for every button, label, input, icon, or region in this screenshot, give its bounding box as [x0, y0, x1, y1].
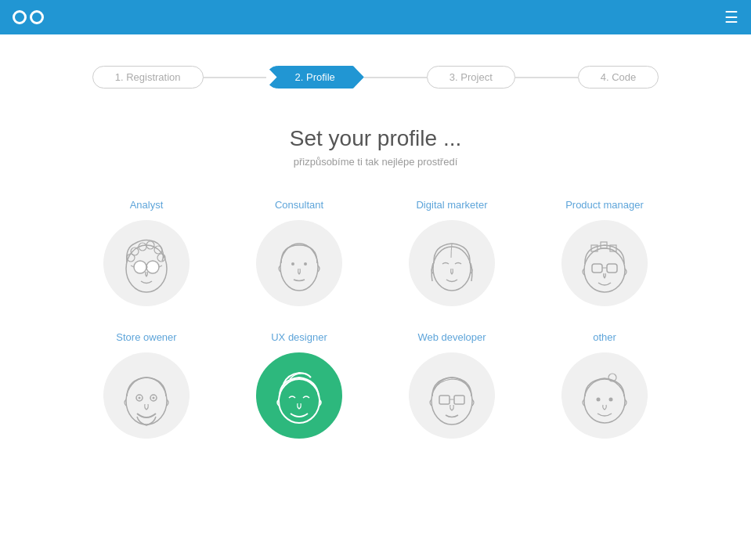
digital-marketer-avatar-svg — [417, 228, 487, 298]
profile-label-web-developer: Web developer — [417, 331, 486, 343]
svg-rect-20 — [592, 264, 602, 273]
profile-item-store-owner[interactable]: Store owener — [78, 331, 215, 439]
consultant-avatar-svg — [264, 228, 334, 298]
svg-point-14 — [304, 262, 307, 266]
svg-rect-30 — [439, 396, 450, 404]
svg-point-13 — [291, 262, 294, 266]
svg-point-8 — [146, 261, 159, 273]
profile-avatar-web-developer[interactable] — [409, 352, 495, 439]
profile-avatar-analyst[interactable] — [103, 220, 190, 306]
profile-item-other[interactable]: other — [536, 331, 673, 439]
other-avatar-svg — [569, 360, 640, 431]
step-registration-pill[interactable]: 1. Registration — [92, 66, 204, 89]
svg-rect-21 — [607, 264, 617, 273]
stepper: 1. Registration 2. Profile 3. Project 4.… — [63, 66, 688, 89]
page-subtitle: přizpůsobíme ti tak nejlépe prostředí — [63, 156, 688, 168]
profile-avatar-other[interactable] — [561, 352, 648, 439]
profile-label-ux-designer: UX designer — [271, 331, 327, 343]
profile-grid: Analyst — [78, 199, 673, 439]
step-profile-pill[interactable]: 2. Profile — [266, 66, 364, 89]
profile-avatar-digital-marketer[interactable] — [409, 220, 495, 306]
step-project-pill[interactable]: 3. Project — [427, 66, 515, 89]
profile-label-other: other — [593, 331, 616, 343]
logo-circle-left — [13, 10, 27, 24]
svg-point-36 — [609, 398, 613, 402]
step-code-pill[interactable]: 4. Code — [578, 66, 659, 89]
profile-item-ux-designer[interactable]: UX designer — [231, 331, 368, 439]
product-manager-avatar-svg — [569, 228, 640, 298]
step-connector-1 — [204, 77, 266, 78]
profile-label-product-manager: Product manager — [565, 199, 644, 211]
title-section: Set your profile ... přizpůsobíme ti tak… — [63, 126, 688, 168]
svg-point-12 — [280, 244, 318, 291]
profile-label-store-owner: Store owener — [116, 331, 176, 343]
svg-point-35 — [597, 398, 601, 402]
profile-avatar-consultant[interactable] — [256, 220, 342, 306]
ux-designer-avatar-svg — [264, 360, 334, 431]
profile-item-product-manager[interactable]: Product manager — [536, 199, 673, 306]
profile-label-digital-marketer: Digital marketer — [416, 199, 487, 211]
profile-item-web-developer[interactable]: Web developer — [384, 331, 521, 439]
analyst-avatar-svg — [111, 228, 182, 298]
store-owner-avatar-svg — [111, 360, 182, 431]
hamburger-menu-icon[interactable]: ☰ — [724, 8, 738, 27]
profile-avatar-product-manager[interactable] — [561, 220, 648, 306]
profile-avatar-store-owner[interactable] — [103, 352, 190, 439]
profile-item-digital-marketer[interactable]: Digital marketer — [384, 199, 521, 306]
web-developer-avatar-svg — [417, 360, 487, 431]
step-registration[interactable]: 1. Registration — [92, 66, 204, 89]
step-profile[interactable]: 2. Profile — [266, 66, 364, 89]
profile-avatar-ux-designer[interactable] — [256, 352, 342, 439]
svg-point-26 — [139, 397, 141, 399]
logo-circle-right — [30, 10, 44, 24]
top-navigation: ☰ — [0, 0, 751, 34]
step-project[interactable]: 3. Project — [427, 66, 515, 89]
main-content: 1. Registration 2. Profile 3. Project 4.… — [0, 34, 751, 560]
svg-rect-31 — [454, 396, 464, 404]
svg-point-27 — [153, 397, 155, 399]
step-code[interactable]: 4. Code — [578, 66, 659, 89]
step-connector-2 — [364, 77, 427, 78]
profile-item-analyst[interactable]: Analyst — [78, 199, 215, 306]
svg-point-15 — [433, 247, 471, 291]
step-connector-3 — [515, 77, 578, 78]
page-title: Set your profile ... — [63, 126, 688, 151]
profile-label-consultant: Consultant — [275, 199, 323, 211]
svg-point-7 — [134, 261, 146, 273]
logo — [13, 10, 44, 24]
profile-label-analyst: Analyst — [130, 199, 164, 211]
profile-item-consultant[interactable]: Consultant — [231, 199, 368, 306]
